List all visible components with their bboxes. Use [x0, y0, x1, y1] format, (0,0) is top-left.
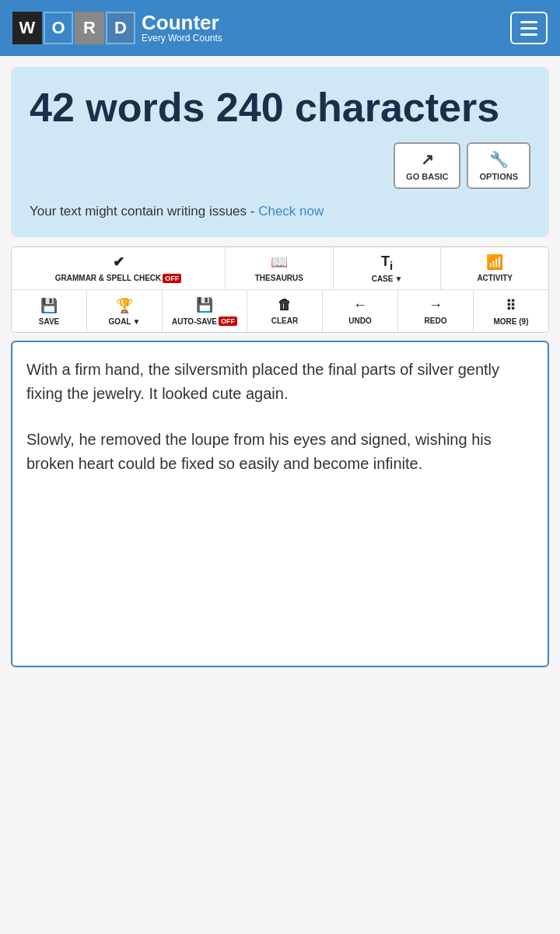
redo-label: REDO [425, 317, 447, 325]
check-now-link[interactable]: Check now [258, 204, 324, 219]
thesaurus-button[interactable]: 📖 THESAURUS [226, 247, 334, 290]
undo-label: UNDO [348, 317, 371, 325]
menu-button[interactable] [510, 12, 548, 44]
thesaurus-icon: 📖 [271, 254, 288, 271]
stats-panel: 42 words 240 characters ↗ GO BASIC 🔧 OPT… [11, 67, 549, 237]
writing-issues-text: Your text might contain writing issues -… [30, 201, 530, 222]
redo-button[interactable]: → REDO [398, 290, 474, 332]
header: W O R D Counter Every Word Counts [0, 0, 560, 56]
logo-w: W [12, 12, 42, 44]
menu-line-2 [520, 27, 537, 30]
save-icon: 💾 [40, 297, 58, 314]
toolbar-row-2: 💾 SAVE 🏆 GOAL ▼ 💾 AUTO-SAVE OFF 🗑 CLEAR … [12, 290, 548, 332]
goal-icon: 🏆 [116, 297, 133, 314]
go-basic-button[interactable]: ↗ GO BASIC [394, 142, 460, 189]
auto-save-icon: 💾 [196, 296, 213, 313]
paragraph-2: Slowly, he removed the loupe from his ey… [26, 428, 534, 476]
text-content: With a firm hand, the silversmith placed… [26, 358, 534, 476]
goal-button[interactable]: 🏆 GOAL ▼ [87, 290, 163, 332]
logo-d: D [106, 12, 135, 44]
options-button[interactable]: 🔧 OPTIONS [467, 142, 530, 189]
logo-text: Counter Every Word Counts [142, 12, 222, 44]
more-icon: ⠿ [506, 297, 516, 314]
activity-button[interactable]: 📶 ACTIVITY [441, 247, 548, 290]
grammar-spell-check-button[interactable]: ✔ GRAMMAR & SPELL CHECK OFF [12, 247, 226, 290]
checkmark-icon: ✔ [113, 254, 124, 271]
writing-issues-static: Your text might contain writing issues - [30, 204, 258, 219]
options-label: OPTIONS [479, 172, 518, 181]
toolbar-row-1: ✔ GRAMMAR & SPELL CHECK OFF 📖 THESAURUS … [12, 247, 548, 291]
logo-letters: W O R D [12, 12, 135, 44]
undo-icon: ← [353, 297, 367, 313]
activity-label: ACTIVITY [477, 274, 513, 282]
redo-icon: → [429, 297, 443, 313]
auto-save-off-badge: OFF [219, 317, 237, 326]
go-basic-label: GO BASIC [406, 172, 448, 181]
save-label: SAVE [39, 317, 60, 326]
case-dropdown-arrow: ▼ [394, 275, 402, 283]
auto-save-label: AUTO-SAVE OFF [172, 317, 237, 326]
menu-line-3 [520, 33, 537, 36]
text-area-container[interactable]: With a firm hand, the silversmith placed… [11, 341, 549, 667]
save-button[interactable]: 💾 SAVE [12, 290, 87, 332]
goal-label: GOAL ▼ [109, 317, 141, 326]
case-button[interactable]: Ti CASE ▼ [334, 247, 442, 290]
options-icon: 🔧 [489, 150, 509, 169]
more-button[interactable]: ⠿ MORE (9) [474, 290, 548, 332]
menu-line-1 [520, 21, 537, 23]
tagline: Every Word Counts [142, 33, 222, 44]
case-label: CASE ▼ [372, 275, 403, 283]
logo-o: O [44, 12, 73, 44]
activity-icon: 📶 [486, 254, 503, 271]
stats-buttons: ↗ GO BASIC 🔧 OPTIONS [30, 142, 530, 189]
stats-count: 42 words 240 characters [30, 86, 530, 130]
thesaurus-label: THESAURUS [255, 274, 303, 282]
grammar-off-badge: OFF [163, 274, 181, 283]
go-basic-icon: ↗ [421, 150, 434, 169]
undo-button[interactable]: ← UNDO [323, 290, 398, 332]
clear-icon: 🗑 [278, 297, 292, 313]
clear-button[interactable]: 🗑 CLEAR [247, 290, 323, 332]
paragraph-1: With a firm hand, the silversmith placed… [26, 358, 534, 406]
logo-r: R [75, 12, 104, 44]
grammar-label: GRAMMAR & SPELL CHECK OFF [55, 274, 181, 283]
toolbar-container: ✔ GRAMMAR & SPELL CHECK OFF 📖 THESAURUS … [11, 247, 549, 334]
goal-dropdown-arrow: ▼ [132, 317, 140, 326]
brand-name: Counter [142, 12, 222, 33]
auto-save-button[interactable]: 💾 AUTO-SAVE OFF [163, 290, 247, 332]
more-label: MORE (9) [493, 317, 528, 326]
case-icon: Ti [381, 254, 393, 272]
logo-area: W O R D Counter Every Word Counts [12, 12, 222, 44]
clear-label: CLEAR [271, 317, 298, 325]
